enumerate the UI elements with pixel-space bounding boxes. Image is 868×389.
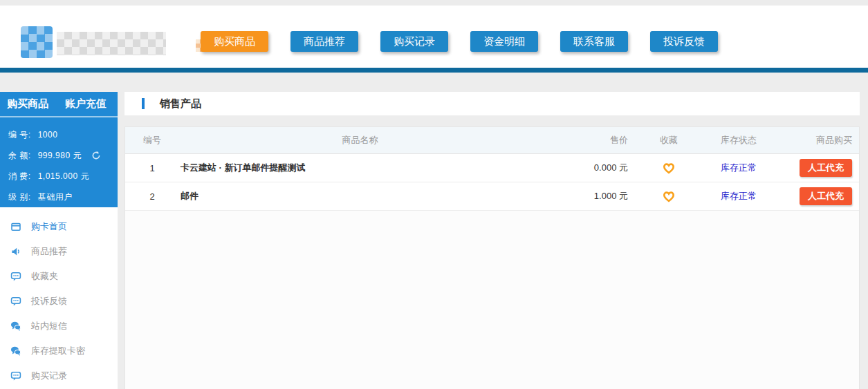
nav-feedback-button[interactable]: 投诉反馈 — [650, 31, 718, 52]
product-name[interactable]: 邮件 — [179, 190, 541, 202]
col-header-number: 编号 — [125, 134, 179, 146]
product-price: 1.000 元 — [541, 190, 638, 202]
sidebar-item-label: 投诉反馈 — [31, 295, 67, 307]
account-level-row: 级 别: 基础用户 — [8, 187, 118, 207]
product-price: 0.000 元 — [541, 162, 638, 174]
page-title: 销售产品 — [160, 97, 201, 111]
table-row: 2 邮件 1.000 元 库存正常 人工代充 — [125, 182, 859, 211]
account-id-label: 编 号: — [8, 129, 31, 141]
manual-recharge-button[interactable]: 人工代充 — [800, 187, 852, 205]
nav-fund-details-button[interactable]: 资金明细 — [470, 31, 538, 52]
account-id-row: 编 号: 1000 — [8, 124, 118, 145]
sidebar-item-stock-card-extract[interactable]: 库存提取卡密 — [0, 339, 118, 363]
account-level-label: 级 别: — [8, 191, 31, 203]
site-logo[interactable] — [21, 25, 167, 61]
page: 购买商品 商品推荐 购买记录 资金明细 联系客服 投诉反馈 购买商品 账户充值 … — [0, 0, 868, 389]
section-header: 销售产品 — [124, 92, 860, 115]
sidebar-item-purchase-history[interactable]: 购买记录 — [0, 363, 118, 388]
col-header-favorite: 收藏 — [638, 134, 700, 146]
table-header-row: 编号 商品名称 售价 收藏 库存状态 商品购买 — [125, 127, 859, 154]
sidebar-item-label: 购卡首页 — [31, 220, 67, 233]
sidebar-item-card-home[interactable]: 购卡首页 — [0, 214, 118, 239]
sidebar-tabs: 购买商品 账户充值 — [0, 92, 118, 117]
refresh-balance-icon[interactable] — [91, 151, 101, 160]
product-name[interactable]: 卡云建站 · 新订单邮件提醒测试 — [179, 162, 541, 174]
section-accent-bar — [142, 98, 145, 109]
chat-bubble-icon — [10, 271, 21, 282]
logo-text-censored — [57, 32, 166, 55]
nav-contact-service-button[interactable]: 联系客服 — [560, 31, 628, 52]
messages-icon — [10, 321, 21, 332]
sidebar-item-product-recommend[interactable]: 商品推荐 — [0, 239, 118, 264]
col-header-stock-status: 库存状态 — [700, 134, 777, 146]
sidebar-item-label: 站内短信 — [31, 320, 67, 332]
col-header-purchase: 商品购买 — [777, 134, 859, 146]
logo-mark-censored — [21, 26, 53, 58]
account-balance-label: 余 额: — [8, 150, 31, 162]
account-spent-value: 1,015.000 元 — [38, 171, 89, 182]
sidebar-menu: 购卡首页 商品推荐 收藏夹 投诉反馈 — [0, 207, 118, 389]
account-id-value: 1000 — [38, 130, 58, 140]
site-header: 购买商品 商品推荐 购买记录 资金明细 联系客服 投诉反馈 — [0, 6, 868, 68]
sidebar-tab-account-recharge[interactable]: 账户充值 — [65, 97, 107, 111]
nav-buy-products-button[interactable]: 购买商品 — [201, 31, 268, 52]
chat-bubble-icon — [10, 296, 21, 307]
sidebar-item-favorites[interactable]: 收藏夹 — [0, 264, 118, 289]
sidebar-item-label: 商品推荐 — [31, 245, 67, 258]
top-strip — [0, 0, 868, 6]
account-spent-label: 消 费: — [8, 171, 31, 182]
sidebar-item-feedback[interactable]: 投诉反馈 — [0, 289, 118, 314]
megaphone-icon — [10, 246, 21, 257]
main-nav: 购买商品 商品推荐 购买记录 资金明细 联系客服 投诉反馈 — [201, 31, 718, 52]
products-table: 编号 商品名称 售价 收藏 库存状态 商品购买 1 卡云建站 · 新订单邮件提醒… — [124, 126, 860, 389]
account-spent-row: 消 费: 1,015.000 元 — [8, 166, 118, 187]
sidebar-item-label: 购买记录 — [31, 370, 67, 382]
favorite-heart-icon[interactable] — [662, 162, 676, 174]
favorite-heart-icon[interactable] — [662, 190, 676, 202]
sidebar-item-site-messages[interactable]: 站内短信 — [0, 314, 118, 339]
messages-icon — [10, 345, 21, 357]
stock-status-link[interactable]: 库存正常 — [700, 190, 777, 202]
product-number: 2 — [125, 191, 179, 202]
product-number: 1 — [125, 163, 179, 173]
stock-status-link[interactable]: 库存正常 — [700, 162, 777, 174]
account-info: 编 号: 1000 余 额: 999.980 元 消 费: 1,015. — [0, 117, 118, 216]
col-header-price: 售价 — [541, 134, 638, 146]
nav-purchase-history-button[interactable]: 购买记录 — [380, 31, 448, 52]
nav-product-recommend-button[interactable]: 商品推荐 — [290, 31, 358, 52]
account-balance-row: 余 额: 999.980 元 — [8, 145, 118, 166]
chat-bubble-icon — [10, 370, 21, 381]
col-header-product-name: 商品名称 — [179, 134, 541, 146]
table-row: 1 卡云建站 · 新订单邮件提醒测试 0.000 元 库存正常 人工代充 — [125, 154, 859, 182]
account-level-value: 基础用户 — [38, 191, 73, 203]
sidebar-item-label: 库存提取卡密 — [31, 345, 85, 357]
main-content: 销售产品 编号 商品名称 售价 收藏 库存状态 商品购买 1 卡云建站 · 新订… — [124, 92, 860, 389]
header-divider-bar — [0, 68, 868, 73]
sidebar-item-label: 收藏夹 — [31, 270, 58, 283]
sidebar-account-panel: 购买商品 账户充值 编 号: 1000 余 额: 999.980 元 — [0, 92, 118, 216]
sidebar-tab-buy-products[interactable]: 购买商品 — [7, 97, 48, 111]
manual-recharge-button[interactable]: 人工代充 — [800, 159, 852, 177]
account-balance-value: 999.980 元 — [38, 150, 82, 162]
storefront-icon — [10, 221, 21, 232]
